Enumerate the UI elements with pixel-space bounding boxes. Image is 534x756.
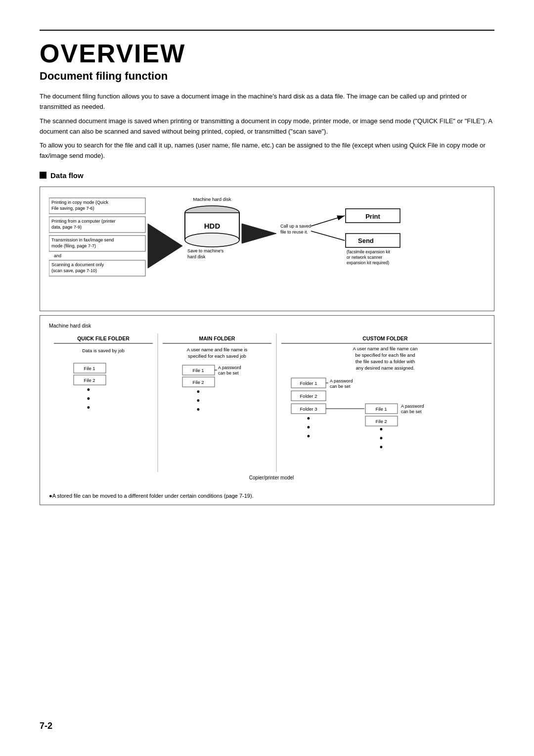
svg-text:•: • [380,442,383,452]
svg-text:•: • [197,405,200,415]
svg-text:File 1: File 1 [375,406,387,412]
svg-marker-23 [242,224,276,243]
top-rule [40,30,494,31]
svg-line-28 [311,216,345,226]
svg-text:A password: A password [218,365,241,370]
svg-text:HDD: HDD [204,222,221,230]
svg-text:mode (filing, page 7-7): mode (filing, page 7-7) [51,243,96,248]
svg-text:A password: A password [330,378,353,383]
svg-text:and: and [54,253,61,258]
data-flow-heading: Data flow [40,171,494,180]
svg-text:Call up a saved: Call up a saved [280,224,311,229]
svg-text:•: • [307,431,310,441]
bottom-flow-diagram: Machine hard disk QUICK FILE FOLDER Data… [40,315,494,505]
svg-text:•: • [87,403,90,413]
svg-text:File 2: File 2 [192,379,204,385]
svg-text:specified for each saved job: specified for each saved job [188,353,246,359]
svg-text:Transmission in fax/image send: Transmission in fax/image send [51,237,114,242]
svg-text:A user name and file name is: A user name and file name is [187,347,248,352]
diagram-area: Printing in copy mode (Quick File saving… [40,187,494,505]
svg-text:Printing in copy mode (Quick: Printing in copy mode (Quick [51,200,109,205]
svg-text:File 2: File 2 [84,378,95,383]
svg-text:the file saved to a folder wit: the file saved to a folder with [356,359,415,364]
svg-point-19 [185,233,239,247]
svg-line-31 [311,231,345,240]
page-subtitle: Document filing function [40,70,494,83]
svg-marker-13 [148,224,182,268]
svg-text:Send: Send [358,237,374,244]
svg-text:•: • [87,394,90,404]
bottom-flow-svg: QUICK FILE FOLDER Data is saved by job F… [49,333,494,487]
svg-text:(scan save, page 7-10): (scan save, page 7-10) [51,268,97,273]
top-flow-diagram: Printing in copy mode (Quick File saving… [40,187,494,311]
svg-text:Print: Print [365,213,380,220]
svg-text:File 2: File 2 [375,419,387,424]
svg-text:•: • [197,387,200,397]
page-number: 7-2 [40,721,52,731]
svg-text:Folder 2: Folder 2 [300,393,317,399]
page: OVERVIEW Document filing function The do… [0,0,534,756]
heading-square-icon [40,172,46,179]
body-para-3: To allow you to search for the file and … [40,141,494,161]
svg-text:expansion kit required): expansion kit required) [347,260,389,265]
svg-text:CUSTOM FOLDER: CUSTOM FOLDER [362,335,408,341]
svg-text:Save to machine's: Save to machine's [187,248,224,253]
svg-text:can be set: can be set [401,409,422,414]
svg-text:(facsimile expansion kit: (facsimile expansion kit [347,249,391,254]
svg-text:Printing from a computer (prin: Printing from a computer (printer [51,219,116,224]
svg-text:•: • [87,385,90,395]
svg-text:Folder 1: Folder 1 [300,380,317,386]
svg-text:can be set: can be set [218,371,239,376]
svg-text:File 1: File 1 [192,368,204,373]
svg-text:QUICK FILE FOLDER: QUICK FILE FOLDER [77,335,130,341]
svg-text:File 1: File 1 [84,366,95,371]
svg-text:Data is saved by job: Data is saved by job [82,348,125,353]
top-flow-svg: Printing in copy mode (Quick File saving… [49,194,494,303]
svg-text:be specified for each file and: be specified for each file and [356,352,415,358]
page-title: OVERVIEW [40,40,494,68]
svg-text:•: • [307,423,310,432]
svg-text:•: • [197,396,200,406]
svg-text:MAIN FOLDER: MAIN FOLDER [199,335,235,341]
svg-text:Copier/printer model: Copier/printer model [249,475,294,480]
svg-text:•: • [307,414,310,424]
body-para-1: The document filing function allows you … [40,92,494,112]
svg-text:can be set: can be set [330,384,351,389]
bottom-note: ●A stored file can be moved to a differe… [49,493,485,499]
svg-text:•: • [380,425,383,434]
svg-text:data, page 7-9): data, page 7-9) [51,225,82,230]
svg-text:or network scanner: or network scanner [347,255,382,260]
svg-text:A user name and file name can: A user name and file name can [353,346,418,351]
svg-text:A password: A password [401,404,424,409]
svg-text:Scanning a document only: Scanning a document only [51,262,104,267]
svg-text:File saving, page 7-6): File saving, page 7-6) [51,206,94,211]
svg-text:•: • [380,433,383,443]
svg-text:Folder 3: Folder 3 [300,406,317,412]
body-para-2: The scanned document image is saved when… [40,116,494,137]
svg-text:any desired name assigned.: any desired name assigned. [356,365,415,371]
svg-text:hard disk: hard disk [187,254,206,259]
svg-text:file to reuse it.: file to reuse it. [280,230,308,235]
machine-hd-label: Machine hard disk [49,323,485,329]
svg-text:Machine hard disk: Machine hard disk [193,196,231,202]
